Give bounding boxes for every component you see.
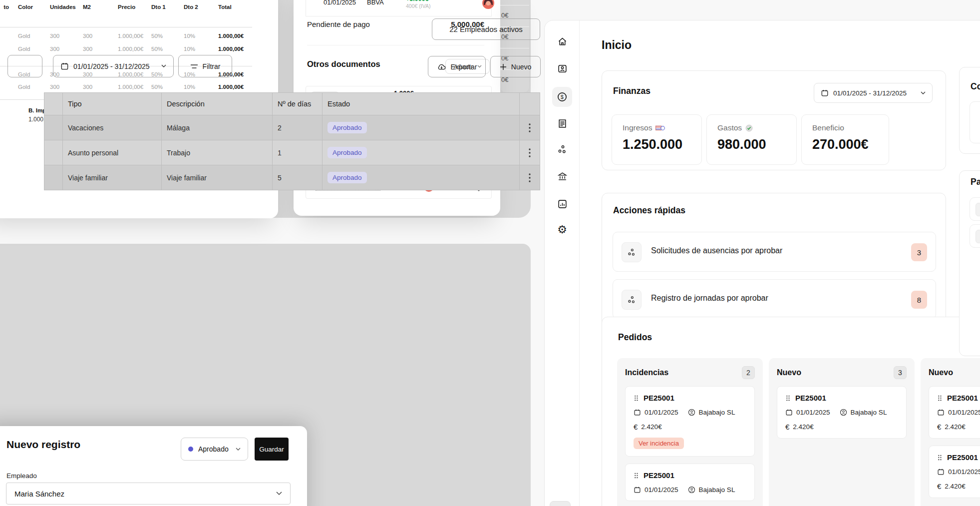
kebab-menu-icon[interactable]	[520, 115, 540, 140]
status-select[interactable]: Aprobado	[181, 438, 248, 461]
date-range-picker[interactable]: 01/01/2025 - 31/12/2025	[53, 55, 174, 77]
check-coin-icon	[745, 124, 753, 132]
chevron-down-icon	[921, 91, 926, 95]
new-button[interactable]: Nuevo	[490, 56, 541, 77]
euro-icon: €	[634, 423, 638, 431]
order-card[interactable]: PE25001 01/01/2025 €2.420€	[929, 446, 980, 498]
icon-placeholder	[976, 230, 980, 243]
sidebar-item-home[interactable]	[552, 31, 572, 51]
sidebar-item-employees[interactable]	[552, 58, 572, 78]
table-row[interactable]: Vacaciones Málaga 2 Aprobado	[44, 115, 540, 140]
filter-icon	[190, 63, 198, 69]
kpi-card-ingresos: Ingresos 1.250.000	[612, 114, 702, 165]
drag-handle-icon[interactable]	[937, 394, 942, 402]
order-card[interactable]: PE25001 01/01/2025 €2.420€	[929, 386, 980, 439]
table-row[interactable]: Asunto personal Trabajo 1 Aprobado	[44, 140, 540, 165]
calendar-icon	[937, 409, 945, 416]
kpi-card-cut: H 7	[970, 101, 980, 143]
chevron-down-icon	[161, 64, 166, 68]
table-header-empty	[44, 93, 63, 115]
pedidos-section: Pedidos Incidencias 2 PE25001 01/01/2025…	[602, 317, 980, 506]
status-badge: Aprobado	[327, 172, 367, 183]
screen: to Color Unidades M2 Precio Dto 1 Dto 2 …	[0, 0, 980, 506]
peek-action-item[interactable]	[970, 224, 980, 248]
new-record-modal: Nuevo registro Aprobado Guardar Empleado…	[0, 426, 307, 506]
icon-placeholder	[976, 203, 980, 216]
employees-panel-content: 22 Empleados activos 01/01/2025 - 31/12/…	[20, 0, 551, 280]
quick-action-item[interactable]: Solicitudes de ausencias por aprobar 3	[613, 232, 936, 272]
section-title: Pedidos	[618, 332, 652, 343]
status-badge: Aprobado	[327, 122, 367, 133]
kebab-menu-icon[interactable]	[520, 140, 540, 165]
status-dot	[188, 447, 193, 452]
invoice-col-producto-cut: to	[0, 4, 9, 10]
section-title-cut: Pa	[971, 177, 980, 187]
date-range-picker[interactable]: 01/01/2025 - 31/12/2025	[814, 83, 933, 103]
kebab-menu-icon[interactable]	[520, 165, 540, 190]
section-title-cut: Co	[971, 81, 980, 92]
save-button[interactable]: Guardar	[255, 438, 289, 461]
count-badge: 8	[911, 291, 927, 309]
calendar-icon	[634, 486, 641, 494]
id-badge-icon	[557, 63, 568, 74]
calendar-icon	[937, 468, 945, 476]
order-card[interactable]: PE25001 01/01/2025 Bajabajo SL €2.420€ V…	[625, 386, 755, 457]
calendar-icon	[785, 409, 793, 416]
dots-icon	[622, 290, 642, 310]
finanzas-section: Finanzas 01/01/2025 - 31/12/2025 Ingreso…	[602, 70, 946, 170]
euro-icon: €	[785, 423, 789, 431]
drag-handle-icon[interactable]	[634, 394, 639, 402]
banknote-icon	[655, 125, 665, 131]
home-icon	[557, 36, 568, 47]
section-title: Finanzas	[613, 86, 651, 96]
count-badge: 3	[911, 243, 927, 261]
sidebar-item-bank[interactable]	[552, 166, 572, 186]
active-employees-badge: 22 Empleados activos	[432, 18, 540, 40]
drag-handle-icon[interactable]	[937, 454, 942, 462]
person-circle-icon	[840, 409, 847, 416]
sidebar-item-relations[interactable]	[552, 139, 572, 159]
order-card[interactable]: PE25001 01/01/2025 Bajabajo SL	[625, 464, 755, 501]
calendar-icon	[60, 62, 69, 70]
cut-button[interactable]	[7, 55, 42, 77]
table-header: Estado	[323, 93, 520, 115]
filter-button[interactable]: Filtrar	[178, 55, 232, 77]
kpi-card-gastos: Gastos 980.000	[706, 114, 797, 165]
kanban-column-nuevo-cut: Nuevo PE25001 01/01/2025 €2.420€ PE25001	[921, 358, 980, 506]
euro-icon: €	[937, 482, 941, 491]
kanban-column-incidencias: Incidencias 2 PE25001 01/01/2025 Bajabaj…	[617, 358, 763, 506]
employee-field-label: Empleado	[6, 472, 37, 480]
incident-tag[interactable]: Ver incidencia	[634, 438, 684, 449]
count-badge: 2	[742, 366, 755, 379]
chevron-down-icon	[236, 448, 241, 451]
sidebar-item-settings[interactable]: ⚙	[552, 220, 572, 240]
sidebar: $ ⚙	[545, 20, 580, 506]
dollar-circle-icon: $	[557, 91, 568, 102]
quick-action-item[interactable]: Registro de jornadas por aprobar 8	[613, 279, 936, 319]
drag-handle-icon[interactable]	[634, 472, 639, 480]
table-header: Nº de días	[273, 93, 323, 115]
calendar-icon	[634, 409, 641, 416]
order-card[interactable]: PE25001 01/01/2025 Bajabajo SL €2.420€	[777, 386, 907, 439]
table-row[interactable]: Viaje familiar Viaje familiar 5 Aprobado	[44, 165, 540, 190]
chevron-down-icon	[276, 492, 282, 496]
plus-icon	[500, 63, 507, 70]
calendar-icon	[821, 89, 829, 97]
bar-chart-icon	[557, 199, 568, 209]
table-header-row: Tipo Descripción Nº de días Estado	[44, 93, 540, 115]
peek-action-item[interactable]	[970, 197, 980, 221]
table-header-actions	[520, 93, 540, 115]
sidebar-peek-item[interactable]	[550, 501, 571, 506]
sidebar-item-finance[interactable]: $	[552, 87, 572, 107]
svg-text:$: $	[561, 94, 564, 100]
peek-section-1: Co H 7	[959, 67, 980, 154]
sidebar-item-reports[interactable]	[552, 194, 572, 214]
employee-select[interactable]: Maria Sánchez	[6, 483, 291, 505]
sidebar-item-invoices[interactable]	[552, 113, 572, 133]
dashboard-card: $ ⚙ Inicio Finanzas 01/01/2025 - 31/12/2…	[544, 20, 980, 506]
export-button[interactable]: Exportar	[428, 56, 486, 77]
drag-handle-icon[interactable]	[785, 394, 790, 402]
kanban-column-nuevo: Nuevo 3 PE25001 01/01/2025 Bajabajo SL €…	[769, 358, 915, 506]
count-badge: 3	[894, 366, 907, 379]
table-header: Tipo	[63, 93, 162, 115]
